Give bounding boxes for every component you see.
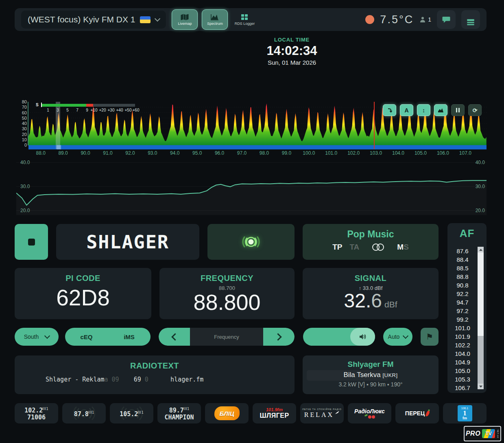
af-item[interactable]: 105.0: [449, 366, 476, 375]
af-item[interactable]: 90.8: [449, 281, 476, 289]
spectrum-x-tick: 103.0: [369, 150, 382, 156]
antenna-select[interactable]: South: [15, 328, 59, 346]
af-item[interactable]: 92.2: [449, 289, 476, 298]
chevron-left-icon: [171, 333, 179, 340]
af-item[interactable]: 104.9: [449, 358, 476, 366]
preset-button-shlyager[interactable]: 101.9fm ШЛЯГЕР: [253, 403, 296, 423]
ms-music: M: [397, 243, 404, 251]
preset-button-3[interactable]: 105.21: [110, 403, 153, 423]
af-item[interactable]: 87.6: [449, 247, 476, 255]
volume-slider[interactable]: [303, 328, 375, 346]
spectrum-x-tick: 94.0: [168, 150, 181, 156]
frequency-input[interactable]: [190, 333, 263, 340]
s-meter-tick: 9: [86, 108, 88, 112]
ceq-button[interactable]: cEQ: [65, 333, 108, 340]
ukraine-flag-icon: [140, 16, 151, 23]
chat-button[interactable]: [437, 10, 456, 29]
scrollbar-thumb[interactable]: [478, 252, 484, 336]
shlyager-frequency: 101.9fm: [266, 408, 283, 412]
spectrum-y-tick: 50: [16, 116, 27, 121]
scroll-down-button[interactable]: [478, 384, 484, 389]
refresh-icon: ⟳: [473, 107, 478, 114]
ta-flag: TA: [349, 243, 359, 252]
spectrum-y-tick: 70: [16, 105, 27, 110]
local-time-block: LOCAL TIME 14:02:34 Sun, 01 Mar 2026: [80, 37, 504, 66]
hamburger-icon: [467, 19, 474, 20]
preset-button-2[interactable]: 87.81: [62, 403, 106, 423]
ms-flag: MS: [397, 243, 409, 252]
preset-button-1[interactable]: 102.21 71006: [15, 403, 58, 423]
preset-button-1fm[interactable]: 106.1 1 fm: [443, 403, 487, 423]
preset-button-4[interactable]: 89.71 CHAMPION: [157, 403, 201, 423]
spectrum-y-tick: 0: [16, 143, 27, 147]
protv-pro: PRO: [466, 430, 480, 437]
stereo-mono-icon: [372, 243, 384, 251]
antenna-icon: [138, 411, 141, 414]
menu-button[interactable]: [461, 10, 480, 29]
frequency-down-button[interactable]: [159, 328, 190, 346]
antenna-icon: [89, 411, 92, 414]
bird-icon: [335, 410, 340, 414]
s-meter: S 13579+10+20+30+40+50+60: [36, 103, 140, 114]
s-meter-level: [41, 104, 86, 107]
s-meter-tick: +30: [108, 108, 115, 112]
af-item[interactable]: 88.4: [449, 255, 476, 264]
preset-name: CHAMPION: [164, 414, 194, 421]
fit-height-button[interactable]: ↕: [417, 104, 430, 116]
livemap-button[interactable]: Livemap: [172, 9, 198, 30]
local-time-value: 14:02:34: [80, 44, 504, 58]
s-meter-tick: 3: [57, 108, 59, 112]
shlyager-logo: ШЛЯГЕР: [260, 412, 289, 419]
autoscale-button[interactable]: A: [400, 104, 413, 116]
scroll-bottom-button[interactable]: [383, 104, 396, 116]
station-info-panel: Shlyager FM Bila Tserkva [UKR] 3.2 kW [V…: [303, 355, 439, 394]
af-item[interactable]: 99.2: [449, 315, 476, 324]
preset-button-relax[interactable]: ЛЕГКЕ ТА СПОКІЙНЕ РАДІО RELAX: [300, 403, 344, 423]
spectrum-x-tick: 89.0: [57, 150, 70, 156]
station-details: 3.2 kW [V] ▪ 90 km ▪ 190°: [303, 381, 439, 388]
spectrum-button[interactable]: Spectrum: [202, 9, 228, 30]
af-item[interactable]: 106.7: [449, 384, 476, 390]
spectrum-x-tick: 105.0: [414, 150, 427, 156]
ims-button[interactable]: iMS: [108, 333, 151, 340]
nav-buttons: Livemap Spectrum RDS Logger: [172, 9, 257, 30]
s-meter-tick: +40: [116, 108, 123, 112]
spectrum-x-tick: 88.0: [34, 150, 47, 156]
af-item[interactable]: 102.2: [449, 341, 476, 349]
refresh-button[interactable]: ⟳: [468, 104, 482, 116]
af-scrollbar[interactable]: [478, 247, 484, 389]
af-item[interactable]: 94.7: [449, 298, 476, 307]
1fm-logo: 106.1 1 fm: [458, 405, 472, 421]
signal-y-tick-right: 30.0: [469, 184, 485, 189]
pi-panel: PI CODE 62D8: [15, 268, 151, 319]
preset-button-blitz[interactable]: БЛІЦ: [205, 403, 249, 423]
volume-thumb[interactable]: [350, 328, 375, 346]
af-item[interactable]: 97.2: [449, 307, 476, 315]
s-meter-track: [41, 104, 135, 107]
stop-button[interactable]: [15, 224, 48, 260]
spectrum-x-tick: 106.0: [436, 150, 449, 156]
graph-style-button[interactable]: [434, 104, 447, 116]
af-item[interactable]: 105.3: [449, 375, 476, 384]
af-item[interactable]: 101.0: [449, 324, 476, 332]
scroll-up-button[interactable]: [478, 247, 484, 252]
tuner-select[interactable]: (WEST focus) Kyiv FM DX 1: [21, 11, 166, 29]
af-item[interactable]: 88.8: [449, 272, 476, 281]
af-item[interactable]: 101.9: [449, 332, 476, 341]
preset-frequency: 102.21: [24, 406, 48, 414]
livemap-label: Livemap: [178, 22, 192, 26]
mode-select[interactable]: Auto: [383, 328, 412, 346]
s-meter-tick: +20: [99, 108, 106, 112]
spectrum-x-tick: 99.0: [280, 150, 293, 156]
af-item[interactable]: 88.5: [449, 264, 476, 272]
af-item[interactable]: 104.0: [449, 349, 476, 358]
frequency-up-button[interactable]: [263, 328, 295, 346]
spectrum-y-tick: 60: [16, 110, 27, 115]
flag-button[interactable]: ⚑: [421, 328, 439, 346]
preset-button-perets[interactable]: ПЕРЕЦ: [395, 403, 439, 423]
pause-button[interactable]: [451, 104, 465, 116]
rds-logger-button[interactable]: RDS Logger: [232, 10, 257, 29]
map-icon: [181, 14, 189, 20]
preset-button-lux[interactable]: РадіоЛюкс: [348, 403, 391, 423]
spectrum-x-tick: 102.0: [347, 150, 360, 156]
